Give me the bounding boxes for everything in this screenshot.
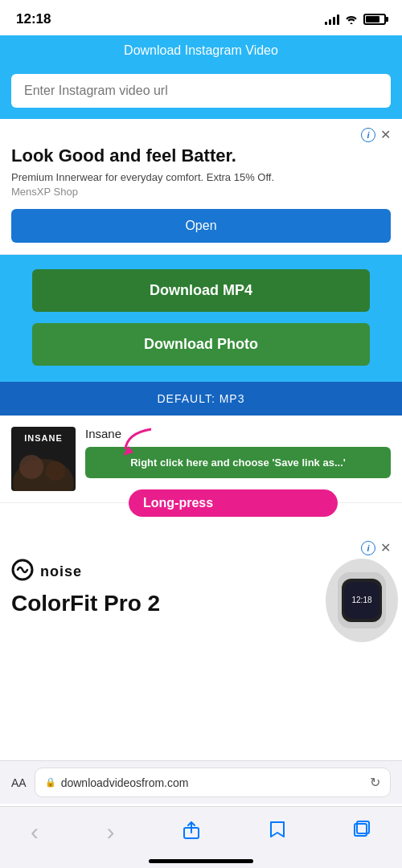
ad-section-1: i ✕ Look Good and feel Batter. Premium I… [0,119,402,255]
music-thumbnail-graphic [11,443,76,491]
download-photo-button[interactable]: Download Photo [32,323,370,366]
ad2-info-icon[interactable]: i [361,541,375,555]
svg-text:12:18: 12:18 [351,596,371,604]
svg-point-0 [351,23,353,24]
default-label: DEFAULT: MP3 [158,392,245,405]
default-section: DEFAULT: MP3 [0,382,402,416]
app-header-title: Download Instagram Video [124,43,278,57]
ad-info-icon[interactable]: i [361,128,375,142]
noise-brand-name: noise [40,563,82,580]
browser-url-bar[interactable]: 🔒 downloadvideosfrom.com ↻ [35,768,391,797]
url-input-container [0,66,402,119]
url-text: downloadvideosfrom.com [61,776,365,789]
download-section: Download MP4 Download Photo [0,255,402,382]
music-section: INSANE Insane Right click here and choos… [0,416,402,503]
status-time: 12:18 [16,11,51,27]
text-size-button[interactable]: AA [11,776,27,789]
url-input[interactable] [11,74,391,108]
ad-info-row: i ✕ [11,127,391,142]
ad2-section: i ✕ noise ColorFit Pro 2 12:18 [0,532,402,629]
lock-icon: 🔒 [45,777,56,788]
status-bar: 12:18 [0,0,402,35]
tabs-button[interactable] [347,817,378,846]
browser-bar: AA 🔒 downloadvideosfrom.com ↻ [0,760,402,804]
noise-brand-icon [11,559,34,584]
browser-nav: ‹ › [0,806,402,868]
music-thumbnail: INSANE [11,427,76,491]
reload-icon[interactable]: ↻ [370,775,380,790]
back-button[interactable]: ‹ [24,815,45,849]
ad-close-icon[interactable]: ✕ [380,127,391,142]
signal-icon [325,14,339,25]
wifi-icon [344,13,359,27]
home-indicator [149,859,253,863]
svg-point-3 [46,461,65,481]
ad-subtext: Premium Innerwear for everyday comfort. … [11,171,391,183]
ad2-info-row: i ✕ [11,540,391,555]
ad-open-button[interactable]: Open [11,209,391,243]
ad-headline: Look Good and feel Batter. [11,145,391,166]
long-press-badge: Long-press [129,489,338,517]
battery-icon [363,14,386,25]
forward-button[interactable]: › [100,815,121,849]
app-header: Download Instagram Video [0,35,402,66]
bookmarks-button[interactable] [262,816,293,848]
music-thumbnail-text: INSANE [11,433,76,443]
download-mp4-button[interactable]: Download MP4 [32,269,370,312]
svg-point-2 [19,455,43,479]
ad2-close-icon[interactable]: ✕ [380,540,391,555]
status-icons [325,13,386,27]
ad-brand: MensXP Shop [11,186,391,198]
share-button[interactable] [176,816,207,848]
